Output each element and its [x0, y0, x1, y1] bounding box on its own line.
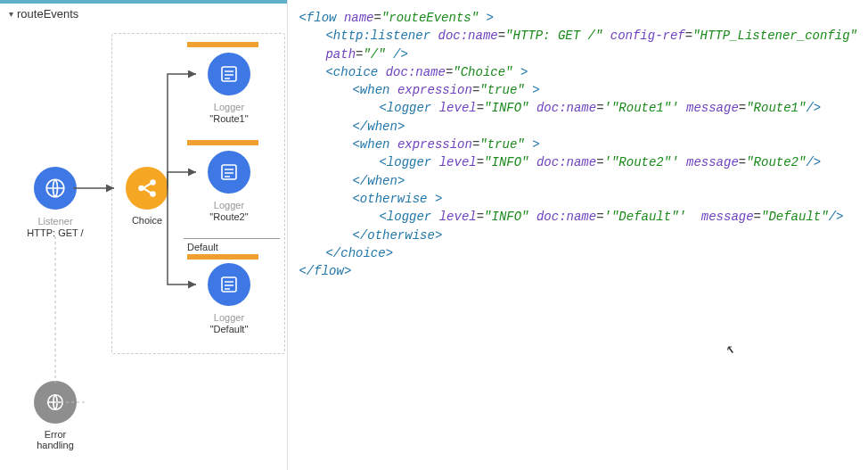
logger-label: Logger	[198, 101, 260, 113]
logger-sublabel: "Route2"	[198, 211, 260, 222]
logger-sublabel: "Default"	[198, 324, 260, 334]
collapse-caret-icon[interactable]: ▾	[9, 9, 13, 19]
listener-sublabel: HTTP: GET /	[20, 227, 91, 238]
xml-code-panel: <flow name="routeEvents" > <http:listene…	[288, 0, 868, 470]
code-line: <logger level="INFO" doc:name='"Route2"'…	[299, 153, 857, 171]
choice-label: Choice	[116, 215, 178, 226]
diagram-canvas: Default Listener HTTP: GET / Choice	[0, 24, 287, 416]
code-line: path="/" />	[299, 45, 857, 63]
svg-point-3	[151, 192, 154, 195]
flow-title-bar[interactable]: ▾ routeEvents	[0, 4, 287, 24]
svg-point-1	[139, 186, 143, 190]
choice-node[interactable]: Choice	[116, 167, 178, 226]
logger-icon	[208, 53, 250, 95]
choice-icon	[126, 167, 168, 210]
default-route-header: Default	[187, 242, 218, 252]
code-line: </choice>	[299, 244, 857, 262]
code-line: </when>	[299, 172, 857, 190]
code-line: <logger level="INFO" doc:name='"Route1"'…	[299, 99, 857, 117]
error-icon	[34, 381, 77, 424]
logger-sublabel: "Route1"	[198, 113, 260, 124]
route-accent	[187, 140, 258, 145]
flow-diagram-panel: ▾ routeEvents Default Listener HTTP: GET…	[0, 0, 288, 470]
cursor-icon: ↖	[725, 337, 734, 360]
logger-icon	[208, 263, 250, 306]
code-line: <http:listener doc:name="HTTP: GET /" co…	[299, 27, 857, 45]
listener-node[interactable]: Listener HTTP: GET /	[20, 167, 91, 238]
route-accent	[187, 254, 258, 260]
error-handling-node[interactable]: Error handling	[20, 381, 91, 450]
globe-icon	[34, 167, 77, 210]
code-line: <when expression="true" >	[299, 81, 857, 99]
code-line: </flow>	[299, 262, 857, 280]
svg-point-2	[151, 180, 154, 184]
code-line: <flow name="routeEvents" >	[299, 9, 857, 27]
code-line: <logger level="INFO" doc:name='"Default"…	[299, 208, 857, 226]
logger-label: Logger	[198, 311, 260, 324]
flow-name: routeEvents	[17, 7, 78, 21]
route-accent	[187, 42, 258, 47]
logger-default-node[interactable]: Logger "Default"	[198, 263, 260, 334]
code-line: <when expression="true" >	[299, 136, 857, 153]
logger-label: Logger	[198, 199, 260, 211]
code-line: <choice doc:name="Choice" >	[299, 63, 857, 81]
code-line: <otherwise >	[299, 190, 857, 208]
logger-icon	[208, 151, 250, 194]
error-label: Error handling	[20, 429, 91, 450]
logger-route2-node[interactable]: Logger "Route2"	[198, 151, 260, 222]
code-line: </when>	[299, 118, 857, 136]
code-line: </otherwise>	[299, 227, 857, 244]
route-divider	[184, 238, 280, 239]
listener-label: Listener	[20, 215, 91, 227]
logger-route1-node[interactable]: Logger "Route1"	[198, 53, 260, 124]
